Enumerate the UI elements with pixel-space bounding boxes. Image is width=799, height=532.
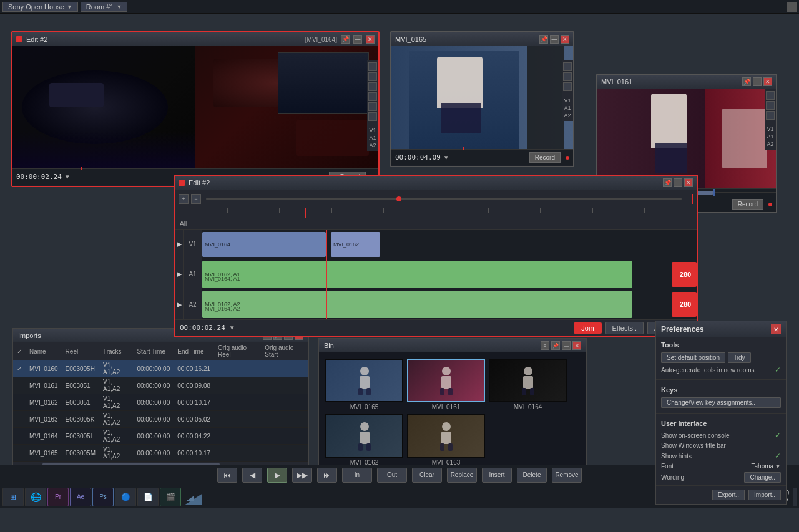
transport-clear[interactable]: Clear xyxy=(412,468,442,483)
prefs-export-button[interactable]: Export.. xyxy=(712,490,745,500)
join-button[interactable]: Join xyxy=(574,322,601,334)
transport-insert[interactable]: Insert xyxy=(482,468,512,483)
edit2-close-button[interactable]: ✕ xyxy=(366,35,375,44)
tl-a1-expand[interactable]: ▶ xyxy=(175,259,184,289)
mvi0161-side-btn-1[interactable] xyxy=(766,91,775,100)
tl-minus-button[interactable]: − xyxy=(191,194,201,204)
tl-zoom-bar[interactable] xyxy=(206,198,682,200)
imports-col-start[interactable]: Start Time xyxy=(133,342,174,360)
tl-v1-clip1[interactable]: MVI_0164 xyxy=(202,232,326,257)
bin-item-MVI_0165[interactable]: MVI_0165 xyxy=(325,359,403,410)
imports-row-MVI_0165[interactable]: MVI_0165 E003005M V1, A1,A2 00:00:00.00 … xyxy=(13,445,308,462)
mvi0165-minimize-button[interactable]: — xyxy=(550,35,559,44)
imports-col-check[interactable]: ✓ xyxy=(13,342,26,360)
prefs-change-key-button[interactable]: Change/View key assignments.. xyxy=(661,397,781,408)
bin-item-MVI_0164[interactable]: MVI_0164 xyxy=(489,359,567,410)
imports-col-tracks[interactable]: Tracks xyxy=(99,342,133,360)
transport-out[interactable]: Out xyxy=(377,468,407,483)
imports-row-MVI_0162[interactable]: MVI_0162 E003051 V1, A1,A2 00:00:00.00 0… xyxy=(13,394,308,411)
mvi0161-record-button[interactable]: Record xyxy=(732,199,763,210)
taskbar-ae-button[interactable]: Ae xyxy=(70,488,91,506)
imports-row-MVI_0160[interactable]: ✓ MVI_0160 E003005H V1, A1,A2 00:00:00.0… xyxy=(13,360,308,377)
imports-col-name[interactable]: Name xyxy=(26,342,62,360)
transport-remove[interactable]: Remove xyxy=(552,468,582,483)
tl-dropdown[interactable]: ▼ xyxy=(229,324,235,331)
bin-item-MVI_0161[interactable]: MVI_0161 xyxy=(407,359,485,410)
taskbar-app6-button[interactable]: 📄 xyxy=(137,488,159,506)
transport-play[interactable]: ▶ xyxy=(267,468,287,483)
edit2-side-btn-2[interactable] xyxy=(368,72,377,81)
prefs-close-button[interactable]: ✕ xyxy=(771,324,781,334)
taskbar-ps-button[interactable]: Ps xyxy=(92,488,114,506)
prefs-font-arrow[interactable]: ▼ xyxy=(775,463,781,470)
taskbar-app5-button[interactable]: 🔵 xyxy=(115,488,136,506)
taskbar-windows-button[interactable]: ⊞ xyxy=(2,488,24,506)
bin-minimize-button[interactable]: — xyxy=(562,341,571,350)
transport-prev[interactable]: ◀ xyxy=(242,468,262,483)
prefs-show-console-row[interactable]: Show on-screen console ✓ xyxy=(661,430,781,441)
prefs-set-default-button[interactable]: Set default position xyxy=(661,352,725,363)
prefs-import-button[interactable]: Import.. xyxy=(748,490,781,500)
tl-a1-red[interactable]: 280 xyxy=(672,262,697,287)
imports-row-MVI_0164[interactable]: MVI_0164 E003005L V1, A1,A2 00:00:00.00 … xyxy=(13,428,308,445)
transport-to-end[interactable]: ⏭ xyxy=(317,468,337,483)
edit2-minimize-button[interactable]: — xyxy=(353,35,362,44)
edit2-side-btn-5[interactable] xyxy=(368,102,377,111)
bin-close-button[interactable]: ✕ xyxy=(572,341,581,350)
mvi0161-side-btn-3[interactable] xyxy=(766,111,775,120)
taskbar-premiere-button[interactable]: Pr xyxy=(47,488,69,506)
room-selector[interactable]: Room #1 ▼ xyxy=(81,2,128,12)
mvi0161-side-btn-2[interactable] xyxy=(766,101,775,110)
tl-a1-clip[interactable]: MVI_0162, A1 xyxy=(202,261,632,288)
tl-a2-clip[interactable]: MVI_0162, A2 xyxy=(202,291,632,318)
mvi0165-side-btn-1[interactable] xyxy=(563,62,572,71)
edit2-side-btn-4[interactable] xyxy=(368,92,377,101)
prefs-show-hints-row[interactable]: Show hints ✓ xyxy=(661,450,781,462)
bin-pin-button[interactable]: 📌 xyxy=(551,341,560,350)
prefs-show-title-row[interactable]: Show Windows title bar xyxy=(661,441,781,450)
mvi0161-minimize-button[interactable]: — xyxy=(753,77,762,86)
transport-replace[interactable]: Replace xyxy=(447,468,477,483)
imports-row-MVI_0161[interactable]: MVI_0161 E003051 V1, A1,A2 00:00:00.00 0… xyxy=(13,377,308,394)
taskbar-app7-button[interactable]: 🎬 xyxy=(160,488,181,506)
bin-item-MVI_0162[interactable]: MVI_0162 xyxy=(325,414,403,466)
mvi0165-side-btn-3[interactable] xyxy=(563,82,572,91)
edit2-side-btn-3[interactable] xyxy=(368,82,377,91)
mvi0165-close-button[interactable]: ✕ xyxy=(561,35,569,44)
app-minimize-button[interactable]: — xyxy=(787,2,797,12)
imports-col-orig-reel[interactable]: Orig audio Reel xyxy=(214,342,261,360)
imports-row-MVI_0163[interactable]: MVI_0163 E003005K V1, A1,A2 00:00:00.00 … xyxy=(13,411,308,428)
tl-v1-expand[interactable]: ▶ xyxy=(175,230,184,259)
imports-col-orig-start[interactable]: Orig audio Start xyxy=(261,342,308,360)
timeline-pin-button[interactable]: 📌 xyxy=(663,178,672,187)
mvi0165-record-button[interactable]: Record xyxy=(529,152,561,163)
taskbar-chrome-button[interactable]: 🌐 xyxy=(25,488,46,506)
bin-menu-button[interactable]: ≡ xyxy=(541,341,549,350)
edit2-dropdown[interactable]: ▼ xyxy=(64,173,71,180)
tl-a2-red[interactable]: 280 xyxy=(672,292,697,317)
mvi0165-dropdown[interactable]: ▼ xyxy=(443,154,449,161)
imports-col-reel[interactable]: Reel xyxy=(62,342,99,360)
show-desktop-button[interactable] xyxy=(793,488,797,506)
mvi0165-pin-button[interactable]: 📌 xyxy=(539,35,548,44)
edit2-side-btn-6[interactable] xyxy=(368,112,377,121)
effects-button[interactable]: Effects.. xyxy=(605,322,644,334)
timeline-minimize-button[interactable]: — xyxy=(674,178,682,187)
tl-a2-expand[interactable]: ▶ xyxy=(175,289,184,319)
timeline-close-button[interactable]: ✕ xyxy=(684,178,693,187)
tl-zoom-handle[interactable] xyxy=(396,196,401,201)
edit2-side-btn-1[interactable] xyxy=(368,62,377,71)
bin-item-MVI_0163[interactable]: MVI_0163 xyxy=(407,414,485,466)
edit2-pin-button[interactable]: 📌 xyxy=(341,35,350,44)
mvi0165-side-btn-2[interactable] xyxy=(563,72,572,81)
project-selector[interactable]: Sony Open House ▼ xyxy=(2,2,78,12)
transport-next[interactable]: ▶▶ xyxy=(292,468,312,483)
transport-in[interactable]: In xyxy=(342,468,372,483)
prefs-change-button[interactable]: Change.. xyxy=(744,472,781,483)
tl-plus-button[interactable]: + xyxy=(179,194,189,204)
imports-col-end[interactable]: End Time xyxy=(174,342,214,360)
mvi0161-close-button[interactable]: ✕ xyxy=(763,77,772,86)
prefs-tidy-button[interactable]: Tidy xyxy=(728,352,751,363)
transport-to-start[interactable]: ⏮ xyxy=(217,468,237,483)
tl-v1-clip2[interactable]: MVI_0162 xyxy=(331,232,380,257)
